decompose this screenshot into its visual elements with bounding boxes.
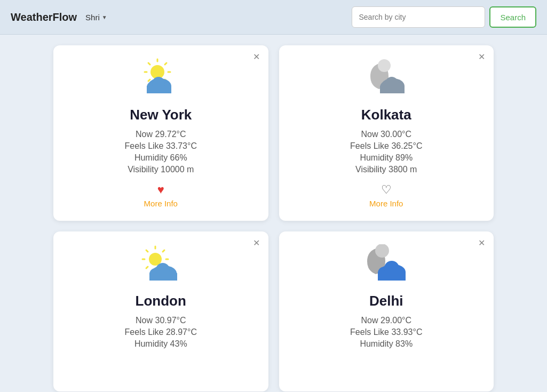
svg-line-8 bbox=[148, 79, 150, 81]
chevron-down-icon: ▼ bbox=[102, 14, 107, 20]
city-name: Delhi bbox=[369, 293, 403, 309]
humidity: Humidity 89% bbox=[360, 153, 413, 163]
feels-like: Feels Like 33.73°C bbox=[125, 141, 197, 151]
svg-rect-43 bbox=[378, 273, 406, 281]
app-logo: WeatherFlow bbox=[11, 11, 77, 23]
weather-icon bbox=[365, 58, 408, 102]
card-new-york: ✕ New York bbox=[53, 45, 268, 221]
more-info-button[interactable]: More Info bbox=[369, 199, 403, 208]
close-button[interactable]: ✕ bbox=[478, 53, 485, 61]
heart-filled-icon: ♥ bbox=[157, 183, 164, 196]
header: WeatherFlow Shri ▼ Search bbox=[0, 0, 547, 35]
svg-line-5 bbox=[148, 63, 150, 65]
svg-line-29 bbox=[163, 250, 164, 252]
humidity: Humidity 43% bbox=[134, 339, 187, 349]
user-menu[interactable]: Shri ▼ bbox=[85, 13, 107, 22]
now-temp: Now 29.72°C bbox=[136, 130, 186, 139]
humidity: Humidity 66% bbox=[134, 153, 187, 163]
search-bar: Search bbox=[352, 6, 536, 28]
svg-point-0 bbox=[150, 65, 164, 79]
city-name: London bbox=[136, 293, 186, 309]
weather-icon bbox=[139, 58, 182, 102]
search-input[interactable] bbox=[352, 6, 485, 28]
visibility: Visibility 10000 m bbox=[128, 165, 194, 174]
weather-icon bbox=[365, 244, 408, 289]
close-button[interactable]: ✕ bbox=[253, 53, 260, 61]
now-temp: Now 30.00°C bbox=[361, 130, 411, 139]
now-temp: Now 29.00°C bbox=[361, 316, 411, 325]
svg-point-37 bbox=[375, 244, 389, 258]
favorite-button[interactable]: ♥ bbox=[157, 183, 164, 197]
search-button[interactable]: Search bbox=[489, 6, 536, 28]
feels-like: Feels Like 28.97°C bbox=[125, 327, 197, 337]
svg-rect-36 bbox=[149, 274, 177, 281]
city-name: Kolkata bbox=[361, 107, 411, 123]
svg-line-7 bbox=[165, 63, 167, 65]
weather-icon bbox=[139, 244, 182, 289]
feels-like: Feels Like 36.25°C bbox=[350, 141, 422, 151]
card-kolkata: ✕ Kolkata Now 30.00°C Feels Like 36.25°C bbox=[279, 45, 494, 221]
close-button[interactable]: ✕ bbox=[478, 239, 485, 247]
svg-line-27 bbox=[146, 250, 148, 252]
svg-rect-21 bbox=[380, 87, 405, 93]
now-temp: Now 30.97°C bbox=[136, 316, 186, 325]
svg-rect-14 bbox=[147, 87, 171, 93]
heart-empty-icon: ♡ bbox=[381, 183, 392, 196]
close-button[interactable]: ✕ bbox=[253, 239, 260, 247]
card-london: ✕ London bbox=[53, 231, 268, 391]
more-info-button[interactable]: More Info bbox=[144, 199, 178, 208]
favorite-button[interactable]: ♡ bbox=[381, 183, 392, 197]
humidity: Humidity 83% bbox=[360, 339, 413, 349]
card-delhi: ✕ Delhi Now 29.00°C Feels Like 33.93°C bbox=[279, 231, 494, 391]
username-label: Shri bbox=[85, 13, 100, 22]
cards-grid: ✕ New York bbox=[0, 35, 547, 392]
feels-like: Feels Like 33.93°C bbox=[350, 327, 422, 337]
visibility: Visibility 3800 m bbox=[355, 165, 417, 174]
svg-point-15 bbox=[378, 59, 391, 72]
svg-line-30 bbox=[146, 267, 148, 268]
city-name: New York bbox=[130, 107, 192, 123]
